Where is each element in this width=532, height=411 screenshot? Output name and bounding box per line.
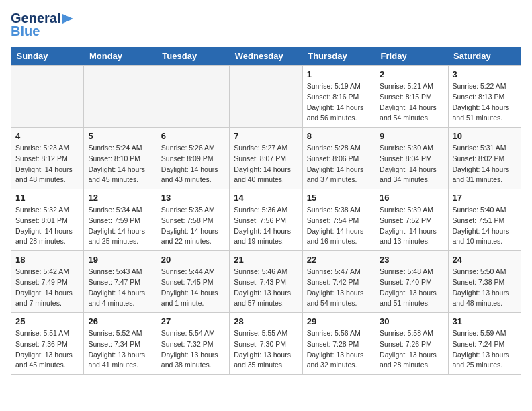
header-saturday: Saturday <box>448 47 521 66</box>
calendar-cell: 14Sunrise: 5:36 AMSunset: 7:56 PMDayligh… <box>230 189 302 251</box>
header-tuesday: Tuesday <box>157 47 229 66</box>
calendar-cell: 26Sunrise: 5:52 AMSunset: 7:34 PMDayligh… <box>84 313 157 375</box>
day-info: Sunrise: 5:31 AMSunset: 8:02 PMDaylight:… <box>453 143 517 185</box>
logo-container: General Blue <box>11 11 74 39</box>
day-number: 9 <box>380 131 443 141</box>
day-info: Sunrise: 5:43 AMSunset: 7:47 PMDaylight:… <box>88 267 152 309</box>
calendar-cell: 28Sunrise: 5:55 AMSunset: 7:30 PMDayligh… <box>230 313 302 375</box>
calendar-cell: 5Sunrise: 5:24 AMSunset: 8:10 PMDaylight… <box>84 128 157 189</box>
day-number: 15 <box>307 193 371 203</box>
day-number: 29 <box>307 316 371 326</box>
day-number: 10 <box>453 131 517 141</box>
calendar-cell: 27Sunrise: 5:54 AMSunset: 7:32 PMDayligh… <box>157 313 229 375</box>
day-number: 17 <box>453 193 517 203</box>
day-info: Sunrise: 5:28 AMSunset: 8:06 PMDaylight:… <box>307 143 371 185</box>
calendar-cell: 1Sunrise: 5:19 AMSunset: 8:16 PMDaylight… <box>302 66 375 128</box>
day-number: 1 <box>307 69 371 79</box>
day-number: 13 <box>161 193 225 203</box>
logo-arrow-icon <box>61 13 73 25</box>
calendar-cell: 22Sunrise: 5:47 AMSunset: 7:42 PMDayligh… <box>302 251 375 313</box>
calendar-cell: 8Sunrise: 5:28 AMSunset: 8:06 PMDaylight… <box>302 128 375 189</box>
day-info: Sunrise: 5:30 AMSunset: 8:04 PMDaylight:… <box>380 143 443 185</box>
day-number: 6 <box>161 131 225 141</box>
day-info: Sunrise: 5:39 AMSunset: 7:52 PMDaylight:… <box>380 205 443 247</box>
day-number: 30 <box>380 316 443 326</box>
calendar-cell: 6Sunrise: 5:26 AMSunset: 8:09 PMDaylight… <box>157 128 229 189</box>
calendar-cell: 9Sunrise: 5:30 AMSunset: 8:04 PMDaylight… <box>375 128 448 189</box>
day-info: Sunrise: 5:51 AMSunset: 7:36 PMDaylight:… <box>15 328 79 371</box>
day-info: Sunrise: 5:21 AMSunset: 8:15 PMDaylight:… <box>380 81 443 124</box>
day-info: Sunrise: 5:55 AMSunset: 7:30 PMDaylight:… <box>234 328 298 371</box>
day-number: 25 <box>15 316 79 326</box>
day-number: 3 <box>453 69 517 79</box>
calendar-cell: 17Sunrise: 5:40 AMSunset: 7:51 PMDayligh… <box>448 189 521 251</box>
day-info: Sunrise: 5:24 AMSunset: 8:10 PMDaylight:… <box>88 143 152 185</box>
logo: General Blue <box>11 11 74 39</box>
calendar-cell: 19Sunrise: 5:43 AMSunset: 7:47 PMDayligh… <box>84 251 157 313</box>
calendar-cell: 29Sunrise: 5:56 AMSunset: 7:28 PMDayligh… <box>302 313 375 375</box>
calendar-cell: 30Sunrise: 5:58 AMSunset: 7:26 PMDayligh… <box>375 313 448 375</box>
calendar-cell: 12Sunrise: 5:34 AMSunset: 7:59 PMDayligh… <box>84 189 157 251</box>
day-info: Sunrise: 5:38 AMSunset: 7:54 PMDaylight:… <box>307 205 371 247</box>
calendar-cell: 7Sunrise: 5:27 AMSunset: 8:07 PMDaylight… <box>230 128 302 189</box>
day-number: 4 <box>15 131 79 141</box>
calendar-cell: 20Sunrise: 5:44 AMSunset: 7:45 PMDayligh… <box>157 251 229 313</box>
calendar-cell: 31Sunrise: 5:59 AMSunset: 7:24 PMDayligh… <box>448 313 521 375</box>
day-info: Sunrise: 5:48 AMSunset: 7:40 PMDaylight:… <box>380 267 443 309</box>
calendar-week-2: 4Sunrise: 5:23 AMSunset: 8:12 PMDaylight… <box>11 128 521 189</box>
calendar-cell: 23Sunrise: 5:48 AMSunset: 7:40 PMDayligh… <box>375 251 448 313</box>
calendar-cell <box>11 66 84 128</box>
day-number: 5 <box>88 131 152 141</box>
day-number: 24 <box>453 255 517 265</box>
page-header: General Blue <box>11 11 521 39</box>
day-number: 16 <box>380 193 443 203</box>
calendar-cell <box>230 66 302 128</box>
calendar-week-5: 25Sunrise: 5:51 AMSunset: 7:36 PMDayligh… <box>11 313 521 375</box>
calendar-cell: 15Sunrise: 5:38 AMSunset: 7:54 PMDayligh… <box>302 189 375 251</box>
header-sunday: Sunday <box>11 47 84 66</box>
calendar-cell: 10Sunrise: 5:31 AMSunset: 8:02 PMDayligh… <box>448 128 521 189</box>
day-info: Sunrise: 5:58 AMSunset: 7:26 PMDaylight:… <box>380 328 443 371</box>
day-info: Sunrise: 5:34 AMSunset: 7:59 PMDaylight:… <box>88 205 152 247</box>
day-number: 20 <box>161 255 225 265</box>
logo-blue: Blue <box>11 24 40 39</box>
day-info: Sunrise: 5:44 AMSunset: 7:45 PMDaylight:… <box>161 267 225 309</box>
day-info: Sunrise: 5:27 AMSunset: 8:07 PMDaylight:… <box>234 143 298 185</box>
day-info: Sunrise: 5:40 AMSunset: 7:51 PMDaylight:… <box>453 205 517 247</box>
day-number: 11 <box>15 193 79 203</box>
calendar-header-row: SundayMondayTuesdayWednesdayThursdayFrid… <box>11 47 521 66</box>
day-number: 27 <box>161 316 225 326</box>
day-info: Sunrise: 5:52 AMSunset: 7:34 PMDaylight:… <box>88 328 152 371</box>
day-number: 22 <box>307 255 371 265</box>
calendar-cell: 2Sunrise: 5:21 AMSunset: 8:15 PMDaylight… <box>375 66 448 128</box>
day-number: 19 <box>88 255 152 265</box>
day-info: Sunrise: 5:54 AMSunset: 7:32 PMDaylight:… <box>161 328 225 371</box>
header-friday: Friday <box>375 47 448 66</box>
day-number: 23 <box>380 255 443 265</box>
calendar-week-4: 18Sunrise: 5:42 AMSunset: 7:49 PMDayligh… <box>11 251 521 313</box>
header-wednesday: Wednesday <box>230 47 302 66</box>
calendar-cell: 21Sunrise: 5:46 AMSunset: 7:43 PMDayligh… <box>230 251 302 313</box>
calendar-cell: 16Sunrise: 5:39 AMSunset: 7:52 PMDayligh… <box>375 189 448 251</box>
day-info: Sunrise: 5:50 AMSunset: 7:38 PMDaylight:… <box>453 267 517 309</box>
day-info: Sunrise: 5:56 AMSunset: 7:28 PMDaylight:… <box>307 328 371 371</box>
day-info: Sunrise: 5:22 AMSunset: 8:13 PMDaylight:… <box>453 81 517 124</box>
calendar-cell <box>157 66 229 128</box>
calendar-cell: 13Sunrise: 5:35 AMSunset: 7:58 PMDayligh… <box>157 189 229 251</box>
day-number: 7 <box>234 131 298 141</box>
calendar-cell: 3Sunrise: 5:22 AMSunset: 8:13 PMDaylight… <box>448 66 521 128</box>
calendar-cell: 24Sunrise: 5:50 AMSunset: 7:38 PMDayligh… <box>448 251 521 313</box>
day-info: Sunrise: 5:26 AMSunset: 8:09 PMDaylight:… <box>161 143 225 185</box>
svg-marker-0 <box>62 14 73 24</box>
day-number: 8 <box>307 131 371 141</box>
day-info: Sunrise: 5:35 AMSunset: 7:58 PMDaylight:… <box>161 205 225 247</box>
day-number: 18 <box>15 255 79 265</box>
calendar-cell: 4Sunrise: 5:23 AMSunset: 8:12 PMDaylight… <box>11 128 84 189</box>
day-info: Sunrise: 5:59 AMSunset: 7:24 PMDaylight:… <box>453 328 517 371</box>
day-info: Sunrise: 5:19 AMSunset: 8:16 PMDaylight:… <box>307 81 371 124</box>
day-number: 31 <box>453 316 517 326</box>
day-number: 12 <box>88 193 152 203</box>
calendar-table: SundayMondayTuesdayWednesdayThursdayFrid… <box>11 47 521 375</box>
day-info: Sunrise: 5:23 AMSunset: 8:12 PMDaylight:… <box>15 143 79 185</box>
header-monday: Monday <box>84 47 157 66</box>
